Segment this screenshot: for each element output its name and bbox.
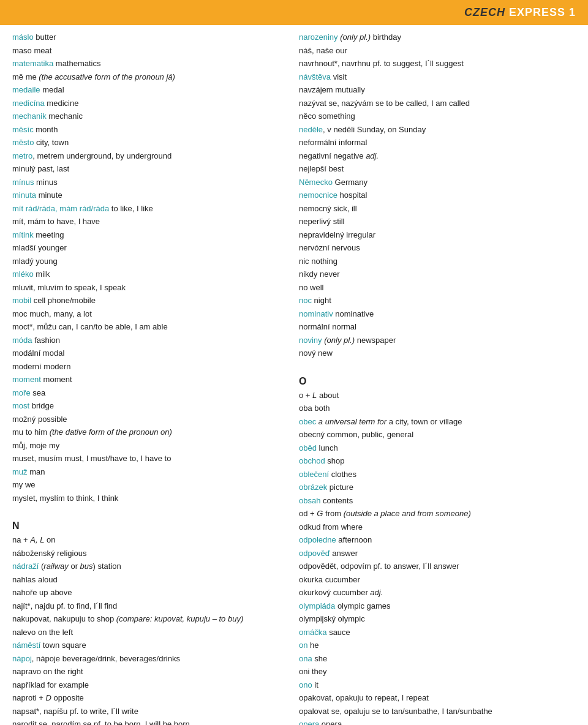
entry-nemocny: nemocný sick, ill <box>299 203 576 215</box>
entry-nahlas: nahlas aloud <box>12 574 289 586</box>
entry-mesic: měsíc month <box>12 124 289 136</box>
entry-nemecko: Německo Germany <box>299 176 576 189</box>
entry-nervozni: nervózní nervous <box>299 242 576 254</box>
entry-mleko: mléko milk <box>12 268 289 280</box>
entry-minuta: minuta minute <box>12 189 289 201</box>
page-header: CZECH EXPRESS 1 <box>0 0 588 25</box>
entry-olympiada: olympiáda olympic games <box>299 600 576 612</box>
entry-naproti: naproti + D opposite <box>12 692 289 704</box>
entry-mit: mít, mám to have, I have <box>12 216 289 228</box>
entry-obecny: obecný common, public, general <box>299 429 576 441</box>
book-title: CZECH EXPRESS 1 <box>464 6 576 18</box>
entry-neco: něco something <box>299 110 576 122</box>
entry-opera: opera opera <box>299 718 576 725</box>
entry-mu: mu to him (the dative form of the pronou… <box>12 426 289 438</box>
entry-obsah: obsah contents <box>299 495 576 507</box>
entry-napr: například for example <box>12 679 289 691</box>
main-content: máslo butter maso meat matematika mathem… <box>0 25 588 725</box>
entry-na: na + A, L on <box>12 534 289 546</box>
entry-olympijsky: olympijský olympic <box>299 613 576 625</box>
entry-mobil: mobil cell phone/mobile <box>12 295 289 307</box>
entry-me: mě me (the accusative form of the pronou… <box>12 71 289 83</box>
entry-negativni: negativní negative adj. <box>299 150 576 162</box>
entry-nas: náš, naše our <box>299 45 576 57</box>
entry-mozny: možný possible <box>12 413 289 426</box>
entry-o-l: o + L about <box>299 389 576 402</box>
entry-okurkovy: okurkový cucumber adj. <box>299 587 576 599</box>
entry-minus: mínus minus <box>12 176 289 189</box>
entry-opalovat: opalovat se, opaluju se to tan/sunbathe,… <box>299 705 576 718</box>
entry-mluvit: mluvit, mluvím to speak, I speak <box>12 282 289 294</box>
entry-matematika: matematika mathematics <box>12 58 289 70</box>
entry-obed: oběd lunch <box>299 442 576 454</box>
entry-navzajem: navzájem mutually <box>299 84 576 96</box>
entry-nakupovat: nakupovat, nakupuju to shop (compare: ku… <box>12 613 289 625</box>
entry-okurka: okurka cucumber <box>299 574 576 586</box>
entry-minuly: minulý past, last <box>12 163 289 175</box>
entry-nejlepsi: nejlepší best <box>299 163 576 175</box>
entry-najit: najít*, najdu pf. to find, I´ll find <box>12 600 289 612</box>
entry-neformalni: neformální informal <box>299 137 576 149</box>
entry-narodit: narodit se, narodím se pf. to be born, I… <box>12 718 289 725</box>
entry-obchod: obchod shop <box>299 455 576 467</box>
entry-nepravidelny: nepravidelný irregular <box>299 229 576 241</box>
entry-nalevo: nalevo on the left <box>12 626 289 639</box>
entry-nazyvat: nazývat se, nazývám se to be called, I a… <box>299 97 576 110</box>
entry-modalni: modální modal <box>12 347 289 359</box>
entry-mitink: mítink meeting <box>12 229 289 241</box>
column-1: máslo butter maso meat matematika mathem… <box>12 31 294 725</box>
entry-maso: maso meat <box>12 45 289 57</box>
entry-obleceni: oblečení clothes <box>299 468 576 481</box>
section-o: O <box>299 376 576 387</box>
entry-obec: obec a universal term for a city, town o… <box>299 416 576 428</box>
entry-mechanik: mechanik mechanic <box>12 110 289 122</box>
entry-no: no well <box>299 282 576 294</box>
entry-mladsi: mladší younger <box>12 242 289 254</box>
entry-nedele: neděle, v neděli Sunday, on Sunday <box>299 124 576 136</box>
entry-noviny: noviny (only pl.) newspaper <box>299 334 576 347</box>
entry-neperly: neperlivý still <box>299 216 576 228</box>
entry-obrazek: obrázek picture <box>299 481 576 494</box>
entry-odpoved: odpověď answer <box>299 547 576 560</box>
entry-nadrazi: nádraží (railway or bus) station <box>12 560 289 573</box>
entry-mlady: mladý young <box>12 255 289 268</box>
entry-od-g: od + G from (outside a place and from so… <box>299 508 576 520</box>
entry-napsat: napsat*, napíšu pf. to write, I´ll write <box>12 705 289 718</box>
entry-napoj: nápoj, nápoje beverage/drink, beverages/… <box>12 653 289 665</box>
entry-medaile: medaile medal <box>12 84 289 96</box>
column-2: narozeniny (only pl.) birthday náš, naše… <box>294 31 576 725</box>
entry-nabozesnky: náboženský religious <box>12 547 289 560</box>
entry-medicina: medicína medicine <box>12 97 289 110</box>
entry-odpovedět: odpovědět, odpovím pf. to answer, I´ll a… <box>299 560 576 573</box>
express-word: EXPRESS 1 <box>509 6 576 18</box>
entry-muset: muset, musím must, I must/have to, I hav… <box>12 453 289 465</box>
entry-normalni: normální normal <box>299 321 576 333</box>
entry-on: on he <box>299 639 576 652</box>
entry-more: moře sea <box>12 387 289 399</box>
entry-mesto: město city, town <box>12 137 289 149</box>
entry-moct: moct*, můžu can, I can/to be able, I am … <box>12 321 289 333</box>
entry-oni: oni they <box>299 666 576 678</box>
entry-mitrad: mít rád/ráda, mám rád/ráda to like, I li… <box>12 203 289 215</box>
entry-nemocnice: nemocnice hospital <box>299 189 576 201</box>
entry-nominativ: nominativ nominative <box>299 308 576 320</box>
entry-napravo: napravo on the right <box>12 666 289 678</box>
entry-nahore: nahoře up above <box>12 587 289 599</box>
entry-maslo: máslo butter <box>12 31 289 43</box>
section-n: N <box>12 520 289 532</box>
entry-moderni: moderní modern <box>12 361 289 373</box>
entry-narozeniny: narozeniny (only pl.) birthday <box>299 31 576 43</box>
entry-namesti: náměstí town square <box>12 639 289 652</box>
entry-opakovat: opakovat, opakuju to repeat, I repeat <box>299 692 576 704</box>
entry-nikdy: nikdy never <box>299 268 576 280</box>
entry-omacka: omáčka sauce <box>299 626 576 639</box>
entry-moment: moment moment <box>12 374 289 386</box>
entry-ono: ono it <box>299 679 576 691</box>
czech-word: CZECH <box>464 6 505 18</box>
entry-moda: móda fashion <box>12 334 289 347</box>
entry-noc: noc night <box>299 295 576 307</box>
entry-my: my we <box>12 479 289 491</box>
entry-muj: můj, moje my <box>12 440 289 452</box>
entry-moc: moc much, many, a lot <box>12 308 289 320</box>
entry-most: most bridge <box>12 400 289 412</box>
